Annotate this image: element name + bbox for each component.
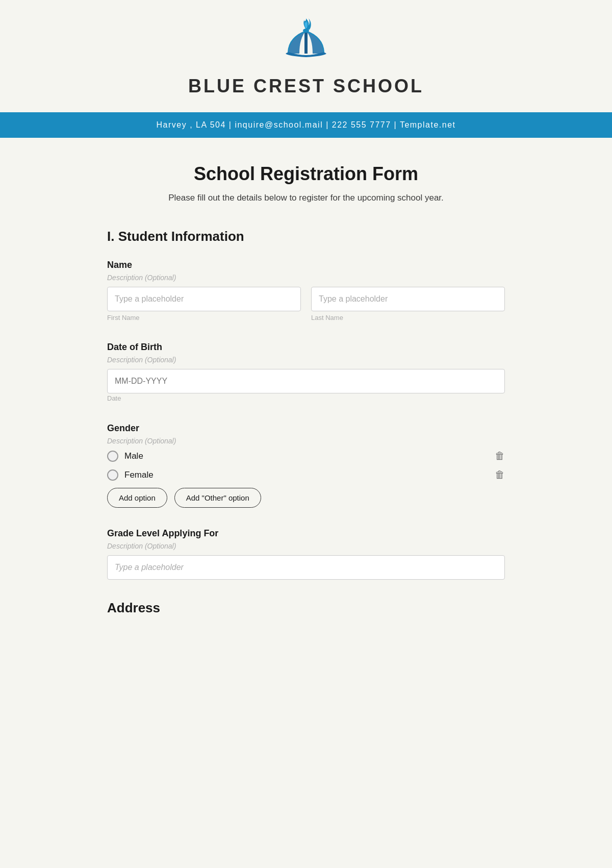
header: BLUE CREST SCHOOL: [0, 0, 612, 112]
gender-field-group: Gender Description (Optional) Male 🗑 Fem…: [107, 423, 505, 508]
info-bar-text: Harvey , LA 504 | inquire@school.mail | …: [157, 120, 456, 129]
female-radio-circle[interactable]: [107, 469, 118, 481]
name-input-row: First Name Last Name: [107, 287, 505, 321]
male-radio-circle[interactable]: [107, 451, 118, 462]
name-description: Description (Optional): [107, 274, 505, 282]
gender-label: Gender: [107, 423, 505, 434]
last-name-sub-label: Last Name: [311, 314, 505, 321]
dob-input[interactable]: [107, 369, 505, 393]
svg-rect-0: [304, 31, 308, 54]
male-option-label: Male: [124, 451, 143, 461]
logo-container: BLUE CREST SCHOOL: [188, 15, 424, 97]
add-other-option-button[interactable]: Add "Other" option: [174, 488, 261, 508]
name-label: Name: [107, 260, 505, 270]
form-container: School Registration Form Please fill out…: [76, 138, 536, 662]
male-delete-icon[interactable]: 🗑: [495, 450, 505, 462]
dob-description: Description (Optional): [107, 356, 505, 364]
gender-option-male: Male 🗑: [107, 450, 505, 462]
add-option-button[interactable]: Add option: [107, 488, 167, 508]
grade-label: Grade Level Applying For: [107, 528, 505, 539]
address-field-group: Address: [107, 600, 505, 616]
dob-field-group: Date of Birth Description (Optional) Dat…: [107, 342, 505, 403]
school-logo-icon: [278, 15, 334, 71]
form-title: School Registration Form: [107, 163, 505, 185]
form-subtitle: Please fill out the details below to reg…: [107, 193, 505, 203]
first-name-wrapper: First Name: [107, 287, 301, 321]
gender-description: Description (Optional): [107, 437, 505, 445]
female-delete-icon[interactable]: 🗑: [495, 469, 505, 481]
dob-label: Date of Birth: [107, 342, 505, 353]
section1-title: I. Student Information: [107, 229, 505, 244]
last-name-wrapper: Last Name: [311, 287, 505, 321]
first-name-input[interactable]: [107, 287, 301, 311]
dob-sub-label: Date: [107, 394, 121, 402]
grade-input[interactable]: [107, 555, 505, 580]
address-label: Address: [107, 600, 505, 616]
grade-field-group: Grade Level Applying For Description (Op…: [107, 528, 505, 580]
last-name-input[interactable]: [311, 287, 505, 311]
info-bar: Harvey , LA 504 | inquire@school.mail | …: [0, 112, 612, 138]
first-name-sub-label: First Name: [107, 314, 301, 321]
female-option-label: Female: [124, 470, 154, 480]
school-name: BLUE CREST SCHOOL: [188, 76, 424, 97]
name-field-group: Name Description (Optional) First Name L…: [107, 260, 505, 321]
add-option-row: Add option Add "Other" option: [107, 488, 505, 508]
grade-description: Description (Optional): [107, 542, 505, 550]
gender-option-female: Female 🗑: [107, 469, 505, 481]
